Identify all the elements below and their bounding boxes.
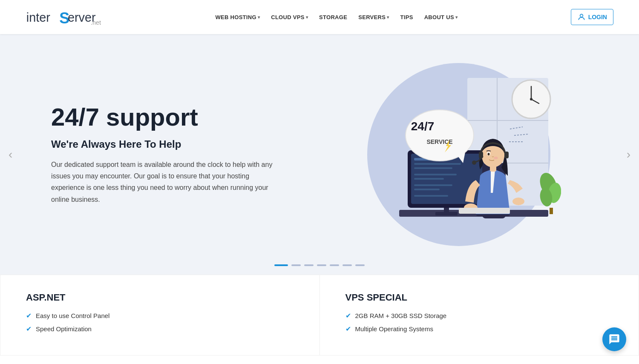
feature-item: ✔ Multiple Operating Systems [345, 325, 613, 333]
bottom-card-aspnet: ASP.NET ✔ Easy to use Control Panel ✔ Sp… [0, 275, 320, 355]
hero-illustration: 24/7 SERVICE [357, 61, 561, 248]
user-icon [577, 13, 586, 21]
card-title-aspnet: ASP.NET [26, 292, 294, 303]
svg-rect-31 [459, 208, 510, 214]
bottom-card-vps: VPS SPECIAL ✔ 2GB RAM + 30GB SSD Storage… [320, 275, 639, 355]
slider-dots [274, 264, 365, 266]
svg-rect-26 [414, 195, 448, 197]
nav-item-storage[interactable]: STORAGE [315, 11, 351, 24]
svg-point-39 [472, 161, 476, 165]
login-button[interactable]: LOGIN [571, 9, 613, 25]
check-icon: ✔ [26, 325, 32, 333]
check-icon: ✔ [26, 312, 32, 320]
nav-item-tips[interactable]: TIPS [396, 11, 417, 24]
check-icon: ✔ [345, 325, 351, 333]
feature-item: ✔ Speed Optimization [26, 325, 294, 333]
hero-content: 24/7 support We're Always Here To Help O… [51, 103, 304, 205]
chat-icon [608, 333, 620, 345]
svg-rect-24 [414, 184, 452, 186]
slider-next-button[interactable]: › [622, 143, 635, 166]
slider-dot-4[interactable] [330, 264, 339, 266]
svg-text:.net: .net [91, 19, 101, 26]
svg-rect-48 [550, 208, 553, 214]
chevron-down-icon: ▾ [455, 15, 458, 20]
slider-dot-6[interactable] [355, 264, 365, 266]
hero-illustration-area: 24/7 SERVICE [304, 61, 613, 248]
nav-item-web-hosting[interactable]: WEB HOSTING ▾ [211, 11, 264, 24]
svg-text:24/7: 24/7 [411, 120, 435, 133]
hero-section: ‹ 24/7 support We're Always Here To Help… [0, 34, 639, 275]
svg-rect-22 [414, 174, 457, 175]
nav-links: WEB HOSTING ▾ CLOUD VPS ▾ STORAGE SERVER… [211, 11, 462, 24]
svg-rect-21 [414, 167, 452, 169]
slider-dot-3[interactable] [317, 264, 326, 266]
check-icon: ✔ [345, 312, 351, 320]
svg-point-4 [580, 14, 583, 17]
chat-button[interactable] [602, 327, 626, 351]
slider-dot-2[interactable] [304, 264, 314, 266]
bottom-cards: ASP.NET ✔ Easy to use Control Panel ✔ Sp… [0, 275, 639, 355]
chevron-down-icon: ▾ [387, 15, 389, 20]
feature-item: ✔ 2GB RAM + 30GB SSD Storage [345, 312, 613, 320]
hero-subtitle: We're Always Here To Help [51, 138, 287, 150]
slider-dot-1[interactable] [291, 264, 301, 266]
svg-rect-25 [414, 189, 440, 190]
feature-item: ✔ Easy to use Control Panel [26, 312, 294, 320]
svg-rect-20 [414, 163, 461, 165]
svg-rect-16 [435, 212, 458, 215]
navbar: inter S erver .net WEB HOSTING ▾ CLOUD V… [0, 0, 639, 34]
nav-item-servers[interactable]: SERVERS ▾ [354, 11, 393, 24]
nav-item-about-us[interactable]: ABOUT US ▾ [420, 11, 462, 24]
logo[interactable]: inter S erver .net [26, 6, 102, 28]
svg-rect-23 [414, 178, 444, 180]
chevron-down-icon: ▾ [258, 15, 260, 20]
card-title-vps: VPS SPECIAL [345, 292, 613, 303]
hero-title: 24/7 support [51, 103, 287, 131]
nav-item-cloud-vps[interactable]: CLOUD VPS ▾ [267, 11, 312, 24]
slider-dot-5[interactable] [343, 264, 352, 266]
svg-text:inter: inter [26, 11, 50, 24]
svg-point-36 [494, 157, 498, 159]
svg-point-30 [512, 198, 524, 205]
slider-dot-0[interactable] [274, 264, 288, 266]
svg-point-35 [488, 153, 490, 155]
svg-point-13 [530, 98, 532, 100]
slider-prev-button[interactable]: ‹ [4, 143, 17, 166]
hero-description: Our dedicated support team is available … [51, 159, 281, 205]
svg-rect-38 [504, 152, 509, 158]
chevron-down-icon: ▾ [306, 15, 308, 20]
